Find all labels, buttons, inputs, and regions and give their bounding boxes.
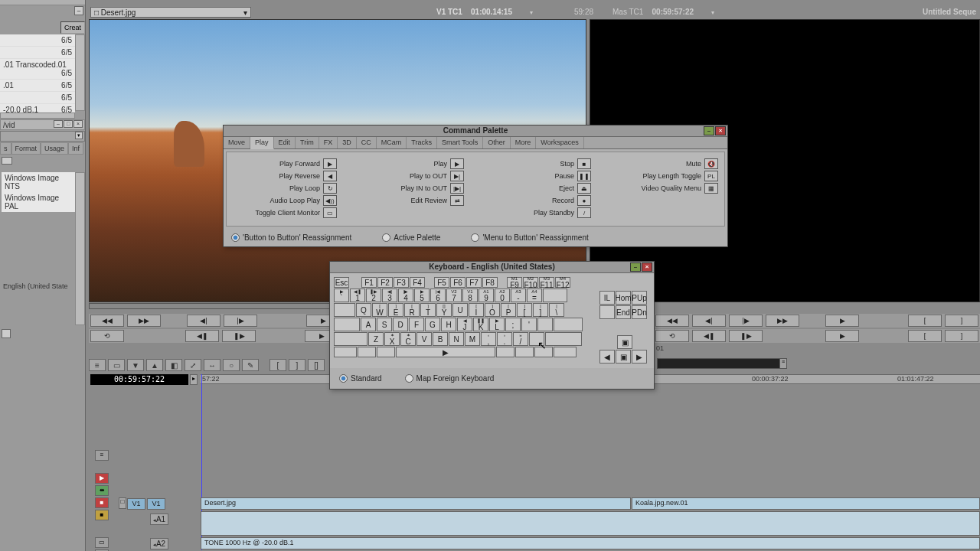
record-side-button[interactable]: ▶ <box>95 473 109 484</box>
radio-button-to-button[interactable]: 'Button to Button' Reassignment <box>231 233 351 242</box>
tool-button[interactable]: ✎ <box>242 359 259 371</box>
step-fwd-button[interactable]: |▶ <box>729 315 763 327</box>
key[interactable]: ]E <box>388 303 403 317</box>
close-icon[interactable]: × <box>642 262 652 272</box>
key[interactable]: Q <box>356 303 371 317</box>
command-button[interactable]: ▦ <box>704 183 718 194</box>
rewind-button[interactable]: ◀◀ <box>655 315 689 327</box>
key[interactable]: |▶4 <box>398 289 413 302</box>
tab-more[interactable]: More <box>511 137 537 148</box>
key[interactable]: []Y <box>436 303 452 317</box>
tab-tracks[interactable]: Tracks <box>407 137 437 148</box>
key[interactable] <box>334 303 355 317</box>
command-button[interactable]: / <box>577 207 591 218</box>
key[interactable]: D <box>393 318 408 331</box>
list-item[interactable]: .016/5 <box>0 80 75 92</box>
min-icon[interactable]: – <box>54 120 63 128</box>
key[interactable] <box>334 318 360 331</box>
clip-a1-empty[interactable] <box>201 511 980 536</box>
max-icon[interactable]: □ <box>64 120 73 128</box>
key[interactable]: F7 <box>466 277 482 288</box>
list-item[interactable]: Windows Image PAL <box>2 192 75 212</box>
key[interactable]: G <box>425 318 440 331</box>
command-button[interactable]: ⏏ <box>577 183 591 194</box>
fastfwd-button[interactable]: ▶▶ <box>766 315 799 327</box>
key[interactable] <box>377 347 395 357</box>
track-source-v1[interactable]: V1 <box>127 498 145 510</box>
radio-standard[interactable]: Standard <box>339 374 382 383</box>
key[interactable]: F2 <box>377 277 393 288</box>
track-a2[interactable]: ◂A2 <box>150 538 168 549</box>
key[interactable]: ❚❚K <box>473 318 488 331</box>
command-button[interactable]: ⇄ <box>450 195 464 206</box>
side-button[interactable]: ▭ <box>95 537 109 548</box>
key[interactable]: »/ <box>513 332 528 346</box>
mark-in-icon[interactable]: [ <box>270 359 286 371</box>
key[interactable]: A19 <box>479 289 494 302</box>
tab-mcam[interactable]: MCam <box>377 137 407 148</box>
mark-clip-icon[interactable]: [] <box>308 359 325 371</box>
list-item[interactable]: Windows Image NTS <box>2 172 75 192</box>
dropdown-icon[interactable]: ▾ <box>75 132 83 139</box>
key[interactable] <box>545 332 582 346</box>
command-button[interactable]: ◀)) <box>323 195 337 206</box>
key[interactable] <box>358 347 376 357</box>
key[interactable]: V <box>416 332 432 346</box>
key[interactable]: V27 <box>446 289 462 302</box>
tab-cc[interactable]: CC <box>357 137 377 148</box>
command-button[interactable]: ◀ <box>323 171 337 181</box>
frame-fwd-button[interactable]: ❚▶ <box>729 330 763 342</box>
list-item[interactable]: .01 Transcoded.016/5 <box>0 59 75 80</box>
radio-map-foreign[interactable]: Map Foreign Keyboard <box>405 374 495 383</box>
dropdown-icon[interactable]: ▾ <box>530 9 533 16</box>
side-button[interactable]: ⬌ <box>95 485 109 496</box>
key[interactable]: |] <box>533 303 548 317</box>
key[interactable]: Esc <box>334 277 349 288</box>
key[interactable]: V18 <box>462 289 478 302</box>
tab-other[interactable]: Other <box>483 137 511 148</box>
key[interactable]: ▣ <box>616 350 631 364</box>
arrow-up-icon[interactable]: ▲ <box>146 359 163 371</box>
key[interactable]: ][ <box>517 303 532 317</box>
key[interactable]: ✶C <box>400 332 416 346</box>
key[interactable]: F5 <box>434 277 449 288</box>
key[interactable]: ✶X <box>384 332 400 346</box>
format-list[interactable]: Windows Image NTS Windows Image PAL <box>2 172 75 212</box>
side-button[interactable]: ≡ <box>95 450 109 461</box>
command-button[interactable]: ▶| <box>450 171 464 181</box>
key[interactable] <box>554 318 583 331</box>
key[interactable]: F1 <box>361 277 377 288</box>
clip-koala[interactable]: Koala.jpg.new.01 <box>632 497 980 510</box>
key[interactable]: End <box>616 305 631 319</box>
key[interactable]: ' <box>521 318 537 331</box>
command-button[interactable]: ▶ <box>323 158 337 169</box>
key[interactable]: [R <box>404 303 420 317</box>
loop-button[interactable]: ⟲ <box>90 330 124 342</box>
key[interactable]: ◀|3 <box>382 289 397 302</box>
key[interactable] <box>599 305 615 319</box>
scrollbar-v[interactable] <box>75 34 85 111</box>
key[interactable]: H <box>441 318 456 331</box>
key[interactable]: M2F10 <box>523 277 538 288</box>
tab-play[interactable]: Play <box>250 137 274 149</box>
key[interactable] <box>534 347 553 357</box>
key[interactable]: ▶L <box>489 318 505 331</box>
command-button[interactable]: 🔇 <box>704 158 718 169</box>
create-button[interactable]: Creat <box>60 21 85 34</box>
key[interactable] <box>515 347 534 357</box>
timeline-mini-bar[interactable] <box>657 358 782 369</box>
key[interactable] <box>334 347 357 357</box>
step-fwd-button[interactable]: |▶ <box>224 315 257 327</box>
key[interactable] <box>543 289 567 302</box>
key[interactable]: ]T <box>420 303 436 317</box>
key[interactable]: ]O <box>485 303 500 317</box>
key[interactable]: [I <box>469 303 484 317</box>
key[interactable]: |◀6 <box>430 289 446 302</box>
dropdown-icon[interactable]: ▾ <box>711 9 714 16</box>
key[interactable]: N <box>449 332 464 346</box>
tab[interactable]: Format <box>11 142 41 155</box>
clip-desert[interactable]: Desert.jpg <box>201 497 631 510</box>
key[interactable]: ▶5 <box>414 289 430 302</box>
rewind-button[interactable]: ◀◀ <box>90 315 124 327</box>
command-button[interactable]: ↻ <box>323 183 337 194</box>
